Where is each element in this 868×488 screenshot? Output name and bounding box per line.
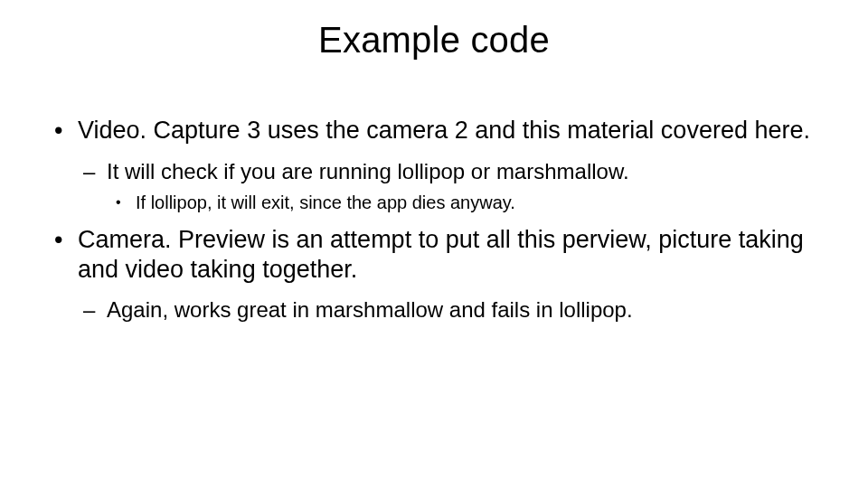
bullet-level2: It will check if you are running lollipo… [83, 158, 814, 184]
bullet-list: Video. Capture 3 uses the camera 2 and t… [54, 116, 814, 324]
bullet-level2: Again, works great in marshmallow and fa… [83, 296, 814, 323]
bullet-level3: If lollipop, it will exit, since the app… [116, 192, 814, 213]
bullet-level1: Video. Capture 3 uses the camera 2 and t… [54, 116, 814, 145]
bullet-level1: Camera. Preview is an attempt to put all… [54, 225, 814, 285]
slide: Example code Video. Capture 3 uses the c… [0, 0, 868, 488]
slide-body: Video. Capture 3 uses the camera 2 and t… [54, 116, 814, 331]
slide-title: Example code [0, 20, 868, 61]
